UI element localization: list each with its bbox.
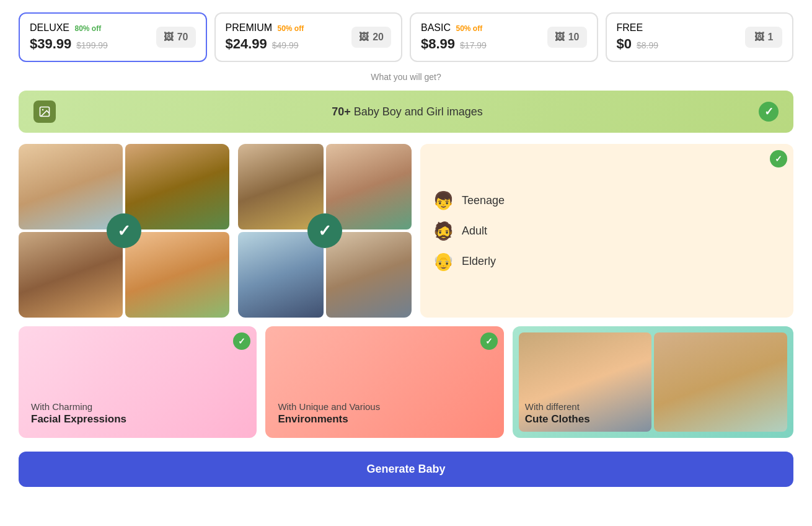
charming-text: With Charming	[31, 401, 244, 412]
price-premium: $24.99	[226, 36, 267, 52]
price-row-deluxe: $39.99 $199.99	[30, 36, 156, 52]
pricing-badge-premium: 🖼 20	[351, 27, 391, 48]
age-check-icon: ✓	[770, 150, 787, 167]
adult-check-overlay: ✓	[307, 213, 342, 248]
pricing-badge-deluxe: 🖼 70	[156, 27, 196, 48]
pricing-card-info-free: FREE $0 $8.99	[617, 22, 746, 52]
svg-point-1	[42, 109, 44, 111]
badge-count-deluxe: 70	[177, 32, 188, 43]
charming-card: ✓ With Charming Facial Expressions	[19, 326, 257, 438]
elderly-label: Elderly	[462, 255, 496, 268]
kid-photo-3	[19, 232, 123, 318]
pricing-row: DELUXE 80% off $39.99 $199.99 🖼 70 PREMI…	[19, 12, 793, 62]
main-content-row: ✓ ✓ ✓ 👦 Teenage 🧔 Adult 👴 Elderly	[19, 144, 793, 318]
price-basic: $8.99	[421, 36, 455, 52]
age-item-teenage: 👦 Teenage	[433, 190, 781, 211]
tier-label-free: FREE	[617, 22, 643, 33]
adult-photo-3	[238, 232, 324, 318]
tier-label-deluxe: DELUXE	[30, 22, 69, 33]
clothes-text-area: With different Cute Clothes	[525, 401, 590, 426]
kid-photo-2	[125, 144, 229, 230]
banner-check-icon: ✓	[759, 102, 779, 122]
pricing-tier-deluxe: DELUXE 80% off	[30, 22, 156, 33]
original-price-deluxe: $199.99	[76, 40, 108, 50]
badge-icon-premium: 🖼	[359, 32, 369, 43]
age-item-elderly: 👴 Elderly	[433, 251, 781, 272]
pricing-card-basic[interactable]: BASIC 50% off $8.99 $17.99 🖼 10	[410, 12, 598, 62]
adult-photo-2	[326, 144, 412, 230]
banner-text: 70+ Baby Boy and Girl images	[56, 105, 759, 118]
elderly-emoji: 👴	[433, 251, 454, 272]
age-item-adult: 🧔 Adult	[433, 221, 781, 241]
banner-image-icon	[33, 100, 56, 123]
kid-photo-4	[125, 232, 229, 318]
badge-icon-deluxe: 🖼	[164, 32, 174, 43]
badge-count-premium: 20	[373, 32, 384, 43]
unique-text: With Unique and Various	[278, 401, 491, 412]
price-deluxe: $39.99	[30, 36, 71, 52]
teenage-label: Teenage	[462, 194, 505, 207]
badge-count-basic: 10	[568, 32, 580, 43]
discount-label-basic: 50% off	[456, 24, 482, 33]
tier-label-premium: PREMIUM	[226, 22, 273, 33]
adult-emoji: 🧔	[433, 221, 454, 241]
clothes-photo-2	[654, 332, 787, 432]
pricing-card-info-premium: PREMIUM 50% off $24.99 $49.99	[226, 22, 352, 52]
tier-label-basic: BASIC	[421, 22, 451, 33]
adult-photo-4	[326, 232, 412, 318]
age-types-panel: ✓ 👦 Teenage 🧔 Adult 👴 Elderly	[420, 144, 793, 318]
price-row-basic: $8.99 $17.99	[421, 36, 547, 52]
what-you-get-label: What you will get?	[19, 72, 793, 82]
clothes-card: ✓ With different Cute Clothes	[513, 326, 793, 438]
pricing-card-info-basic: BASIC 50% off $8.99 $17.99	[421, 22, 547, 52]
adult-label: Adult	[462, 225, 487, 238]
adult-photo-1	[238, 144, 324, 230]
clothes-text: With different	[525, 401, 590, 412]
discount-label-premium: 50% off	[278, 24, 304, 33]
unique-title: Environments	[278, 413, 491, 426]
discount-label-deluxe: 80% off	[74, 24, 101, 33]
pricing-card-premium[interactable]: PREMIUM 50% off $24.99 $49.99 🖼 20	[214, 12, 403, 62]
price-free: $0	[617, 36, 632, 52]
badge-count-free: 1	[768, 32, 774, 43]
original-price-free: $8.99	[637, 40, 658, 50]
pricing-card-info-deluxe: DELUXE 80% off $39.99 $199.99	[30, 22, 156, 52]
pricing-tier-premium: PREMIUM 50% off	[226, 22, 352, 33]
banner-count: 70+	[332, 105, 351, 118]
kids-check-overlay: ✓	[107, 213, 141, 248]
pricing-tier-basic: BASIC 50% off	[421, 22, 547, 33]
badge-icon-free: 🖼	[754, 32, 764, 43]
original-price-premium: $49.99	[272, 40, 299, 50]
price-row-premium: $24.99 $49.99	[226, 36, 352, 52]
badge-icon-basic: 🖼	[555, 32, 565, 43]
banner-description: Baby Boy and Girl images	[351, 105, 483, 118]
pricing-badge-basic: 🖼 10	[547, 27, 587, 48]
environments-check-icon: ✓	[480, 332, 498, 350]
kid-photo-1	[19, 144, 123, 230]
original-price-basic: $17.99	[460, 40, 487, 50]
kids-panel: ✓	[19, 144, 229, 318]
pricing-badge-free: 🖼 1	[745, 27, 782, 48]
price-row-free: $0 $8.99	[617, 36, 746, 52]
adult-panel: ✓	[238, 144, 412, 318]
environments-card: ✓ With Unique and Various Environments	[265, 326, 503, 438]
pricing-card-free[interactable]: FREE $0 $8.99 🖼 1	[606, 12, 794, 62]
bottom-feature-row: ✓ With Charming Facial Expressions ✓ Wit…	[19, 326, 793, 438]
charming-title: Facial Expressions	[31, 413, 244, 426]
teenage-emoji: 👦	[433, 190, 454, 211]
pricing-tier-free: FREE	[617, 22, 746, 33]
feature-banner: 70+ Baby Boy and Girl images ✓	[19, 91, 793, 133]
generate-baby-button[interactable]: Generate Baby	[19, 452, 793, 487]
pricing-card-deluxe[interactable]: DELUXE 80% off $39.99 $199.99 🖼 70	[19, 12, 207, 62]
clothes-title: Cute Clothes	[525, 413, 590, 426]
charming-check-icon: ✓	[233, 332, 250, 350]
